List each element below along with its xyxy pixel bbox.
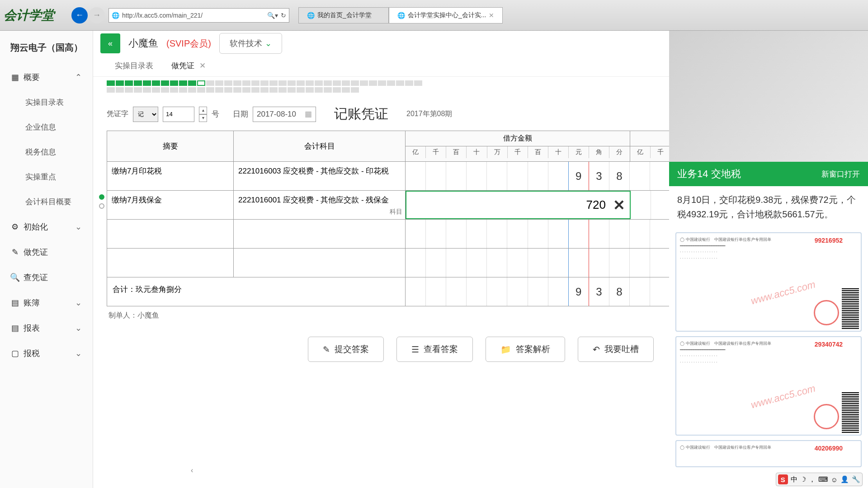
row2-subject[interactable]: 2221016001 应交税费 - 其他应交款 - 残保金 科目 [234, 191, 406, 219]
ime-lang[interactable]: 中 [791, 475, 797, 484]
row1-summary[interactable]: 缴纳7月印花税 [107, 162, 234, 190]
sidebar-item-subjects[interactable]: 会计科目概要 [0, 189, 93, 214]
address-bar[interactable]: 🌐 http://lx.acc5.com/main_221/ 🔍▾ ↻ [108, 8, 289, 23]
ime-comma-icon[interactable]: ， [809, 475, 816, 484]
receipt-3[interactable]: 40206990 ◯ 中国建设银行 中国建设银行单位客户专用回单 [675, 440, 862, 467]
tab-title: 我的首页_会计学堂 [317, 11, 372, 19]
tab-voucher[interactable]: 做凭证 ✕ [163, 56, 214, 76]
amount-input[interactable] [406, 198, 609, 212]
chevron-up-icon: ⌃ [75, 72, 82, 82]
watermark: www.acc5.com [750, 382, 816, 411]
sidebar-item-tax-filing[interactable]: ▢ 报税 ⌄ [0, 341, 93, 366]
sidebar-item-reports[interactable]: ▤ 报表 ⌄ [0, 315, 93, 341]
total-debit: 938 [406, 277, 630, 306]
book-icon: ▤ [11, 299, 19, 307]
collapse-sidebar-button[interactable]: « [100, 33, 120, 53]
row1-subject[interactable]: 2221016003 应交税费 - 其他应交款 - 印花税 [234, 162, 406, 190]
calendar-icon: ▦ [305, 109, 312, 119]
receipt-number: 29340742 [815, 341, 843, 348]
scroll-left-button[interactable]: ‹ [191, 466, 193, 474]
sidebar-item-ledger[interactable]: ▤ 账簿 ⌄ [0, 290, 93, 315]
browser-tab-2[interactable]: 🌐 会计学堂实操中心_会计实... ✕ [389, 7, 503, 23]
receipt-number: 40206990 [815, 445, 843, 452]
ime-toolbar[interactable]: S 中 ☽ ， ⌨ ☺ 👤 🔧 [776, 473, 863, 486]
chevron-down-icon: ⌄ [75, 298, 82, 308]
company-name: 翔云电子（国高） [0, 36, 93, 65]
username: 小魔鱼 [128, 37, 158, 50]
date-label: 日期 [233, 109, 248, 119]
receipt-number: 99216952 [815, 237, 843, 244]
view-answer-button[interactable]: ☰查看答案 [396, 337, 473, 362]
refresh-icon[interactable]: ↻ [281, 12, 286, 19]
clear-icon[interactable]: ✕ [609, 197, 630, 214]
browser-toolbar: 会计学堂 ← → 🌐 http://lx.acc5.com/main_221/ … [0, 0, 868, 31]
list-icon: ☰ [411, 344, 419, 355]
edit-icon: ✎ [323, 344, 330, 355]
tab-icon: 🌐 [307, 12, 315, 19]
qr-icon [842, 288, 859, 329]
qr-icon [842, 392, 859, 433]
pencil-icon: ✎ [11, 248, 19, 256]
stamp-icon [814, 300, 839, 325]
sidebar-item-search-voucher[interactable]: 🔍 查凭证 [0, 265, 93, 290]
tab-catalog[interactable]: 实操目录表 [107, 56, 161, 76]
receipt-2[interactable]: 29340742 ◯ 中国建设银行 中国建设银行单位客户专用回单━━━━━━━━… [675, 336, 862, 436]
ime-smile-icon[interactable]: ☺ [831, 476, 838, 483]
file-icon: ▢ [11, 349, 19, 357]
voucher-number-input[interactable] [163, 107, 194, 122]
search-icon: 🔍 [11, 273, 19, 282]
sidebar-item-make-voucher[interactable]: ✎ 做凭证 [0, 239, 93, 265]
chevron-down-icon: ⌄ [75, 348, 82, 358]
receipt-1[interactable]: 99216952 ◯ 中国建设银行 中国建设银行单位客户专用回单━━━━━━━━… [675, 232, 862, 332]
browser-tab-1[interactable]: 🌐 我的首页_会计学堂 [298, 7, 389, 23]
stamp-icon [814, 404, 839, 429]
gear-icon: ⚙ [11, 223, 19, 231]
ime-moon-icon[interactable]: ☽ [800, 475, 806, 483]
software-tech-dropdown[interactable]: 软件技术 ⌄ [219, 33, 282, 54]
close-icon[interactable]: ✕ [199, 61, 206, 70]
row1-debit[interactable]: 938 [406, 162, 630, 190]
feedback-button[interactable]: ↶我要吐槽 [578, 337, 654, 362]
forward-button[interactable]: → [89, 7, 105, 23]
sidebar-item-keypoints[interactable]: 实操重点 [0, 164, 93, 189]
sidebar-item-init[interactable]: ⚙ 初始化 ⌄ [0, 214, 93, 239]
task-title: 业务14 交地税 [677, 167, 741, 181]
row-indicator-current [99, 194, 104, 200]
tab-icon: 🌐 [397, 12, 405, 19]
open-new-window[interactable]: 新窗口打开 [821, 169, 860, 179]
sidebar: 翔云电子（国高） ▦ 概要 ⌃ 实操目录表 企业信息 税务信息 实操重点 会计科… [0, 31, 93, 488]
back-button[interactable]: ← [71, 7, 88, 23]
number-spinner[interactable]: ▴▾ [199, 107, 207, 122]
row-indicator [99, 203, 104, 209]
ime-tool-icon[interactable]: 🔧 [852, 475, 860, 483]
voucher-period: 2017年第08期 [406, 109, 452, 119]
date-input[interactable]: 2017-08-10 ▦ [253, 107, 316, 122]
col-summary: 摘要 [107, 131, 234, 161]
tab-title: 会计学堂实操中心_会计实... [408, 11, 486, 19]
chevron-down-icon: ⌄ [75, 222, 82, 232]
total-label: 合计：玖元叁角捌分 [107, 277, 406, 306]
ime-keyboard-icon[interactable]: ⌨ [818, 475, 828, 483]
number-suffix: 号 [212, 109, 219, 119]
site-logo: 会计学堂 [4, 7, 71, 24]
sidebar-item-catalog[interactable]: 实操目录表 [0, 90, 93, 115]
ime-logo-icon: S [778, 474, 788, 484]
content-area: « 小魔鱼 (SVIP会员) 软件技术 ⌄ 实操目录表 做凭证 ✕ 凭证字 记 … [93, 31, 868, 488]
row2-debit-input[interactable]: ✕ [406, 191, 631, 219]
col-debit: 借方金额 亿千百十万千百十元角分 [406, 131, 630, 161]
submit-button[interactable]: ✎提交答案 [308, 337, 384, 362]
sidebar-item-enterprise[interactable]: 企业信息 [0, 115, 93, 140]
sidebar-item-overview[interactable]: ▦ 概要 ⌃ [0, 65, 93, 90]
watermark: www.acc5.com [750, 278, 816, 307]
grid-icon: ▦ [11, 73, 19, 81]
voucher-word-select[interactable]: 记 [133, 107, 158, 122]
video-thumbnail [669, 31, 868, 162]
sidebar-item-tax-info[interactable]: 税务信息 [0, 140, 93, 164]
reply-icon: ↶ [593, 344, 600, 355]
row2-summary[interactable]: 缴纳7月残保金 [107, 191, 234, 219]
search-icon[interactable]: 🔍▾ [267, 12, 278, 19]
close-icon[interactable]: ✕ [489, 12, 494, 19]
ime-person-icon[interactable]: 👤 [840, 475, 849, 483]
video-player[interactable] [669, 31, 868, 162]
analysis-button[interactable]: 📁答案解析 [486, 337, 565, 362]
